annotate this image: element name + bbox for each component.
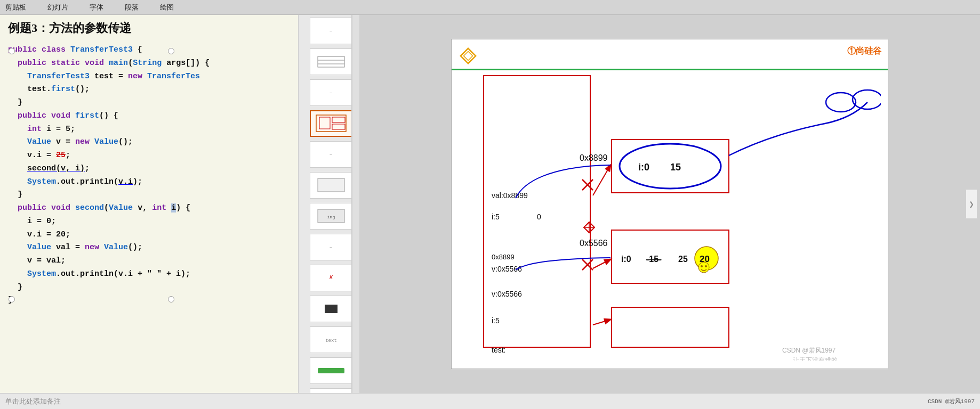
svg-text:img: img	[327, 215, 335, 219]
svg-rect-6	[332, 124, 345, 129]
svg-point-42	[705, 265, 707, 267]
thumb-inner-78	[315, 114, 347, 134]
svg-text:K: K	[329, 275, 333, 281]
topbar-item-clipboard[interactable]: 剪贴板	[5, 3, 26, 12]
slide-thumb-84[interactable]	[310, 296, 352, 322]
slide-thumb-82[interactable]: —	[310, 234, 352, 260]
svg-text:让天下没有难的: 让天下没有难的	[793, 356, 838, 361]
slide-thumb-75[interactable]: —	[310, 18, 352, 44]
svg-rect-5	[332, 117, 345, 122]
thumb-row-76: 76	[299, 48, 352, 77]
svg-rect-11	[325, 305, 338, 313]
slide-thumb-77[interactable]: —	[310, 79, 352, 106]
svg-line-46	[593, 320, 611, 325]
svg-text:val:0x8899: val:0x8899	[492, 191, 528, 200]
handle-circle-bl[interactable]	[9, 296, 15, 302]
thumb-inner-80	[315, 176, 347, 195]
thumb-row-79: 79 —	[299, 141, 352, 170]
thumb-row-85: 85 text	[299, 326, 352, 355]
slide-thumb-81[interactable]: img	[310, 203, 352, 230]
slide-thumb-79[interactable]: —	[310, 141, 352, 168]
code-content: public class TransferTest3 { public stat…	[8, 44, 290, 307]
svg-rect-17	[461, 48, 476, 63]
thumb-row-80: 80	[299, 172, 352, 201]
svg-rect-18	[464, 52, 473, 61]
svg-text:i:5: i:5	[492, 316, 500, 325]
svg-point-40	[698, 262, 709, 273]
code-panel: 例题3：方法的参数传递 public class TransferTest3 {…	[0, 15, 299, 393]
svg-text:25: 25	[678, 255, 688, 264]
thumb-inner-85: text	[315, 330, 347, 350]
bottom-bar: 单击此处添加备注 CSDN @若风1997	[0, 393, 980, 409]
next-slide-button[interactable]: ❯	[966, 190, 977, 219]
svg-text:i:0: i:0	[621, 255, 631, 264]
thumb-inner-76	[315, 52, 347, 72]
svg-text:0x5566: 0x5566	[580, 239, 608, 248]
svg-rect-4	[319, 117, 330, 129]
slide-panel[interactable]: 75 — 76 77 — 78	[299, 15, 352, 393]
thumb-row-86: 86	[299, 357, 352, 386]
thumb-inner-87	[315, 392, 347, 394]
svg-point-41	[701, 265, 703, 267]
svg-text:0: 0	[537, 212, 541, 221]
slide-thumb-83[interactable]: K	[310, 265, 352, 291]
svg-rect-7	[318, 178, 344, 192]
top-bar: 剪贴板 幻灯片 字体 段落 绘图	[0, 0, 980, 15]
slide-thumb-80[interactable]	[310, 172, 352, 199]
svg-point-54	[826, 93, 856, 112]
thumb-row-84: 84	[299, 296, 352, 324]
slide-thumb-87[interactable]	[310, 388, 352, 393]
slide-title: 例题3：方法的参数传递	[8, 20, 290, 36]
diagram-svg: 0x8899 val:0x8899 i:5 0 0x8899 v:0x5566 …	[462, 70, 881, 361]
topbar-item-paragraph[interactable]: 段落	[125, 3, 139, 12]
main-content: 例题3：方法的参数传递 public class TransferTest3 {…	[0, 15, 980, 393]
thumb-row-87: 87	[299, 388, 352, 393]
slide-thumb-78[interactable]	[310, 110, 352, 137]
slide-thumb-76[interactable]	[310, 48, 352, 75]
thumb-inner-83: K	[315, 268, 347, 288]
slide-thumb-86[interactable]	[310, 357, 352, 384]
svg-text:-15-: -15-	[646, 255, 661, 264]
slide-view: ①尚硅谷 0x8899 val:0x8899 i:5 0 0x8899 v:0x…	[359, 15, 980, 393]
svg-rect-13	[318, 368, 344, 373]
csdn-label: CSDN @若风1997	[928, 397, 975, 405]
svg-line-44	[593, 165, 611, 195]
svg-rect-19	[484, 76, 590, 347]
svg-text:0x8899: 0x8899	[580, 153, 608, 162]
slide-canvas: ①尚硅谷 0x8899 val:0x8899 i:5 0 0x8899 v:0x…	[451, 39, 888, 369]
slide-thumb-85[interactable]: text	[310, 326, 352, 353]
thumb-inner-86	[315, 361, 347, 381]
svg-line-45	[593, 259, 611, 268]
handle-circle-bm[interactable]	[168, 296, 174, 302]
svg-text:0x8899: 0x8899	[492, 253, 515, 261]
handle-circle-tl[interactable]	[9, 48, 15, 54]
thumb-row-77: 77 —	[299, 79, 352, 108]
logo: ①尚硅谷	[847, 46, 881, 57]
vertical-scrollbar[interactable]	[352, 15, 359, 393]
thumb-row-81: 81 img	[299, 203, 352, 232]
svg-text:text: text	[325, 338, 337, 343]
handle-circle-tm[interactable]	[168, 48, 174, 54]
topbar-item-slides[interactable]: 幻灯片	[47, 3, 68, 12]
thumb-row-78: 78	[299, 110, 352, 139]
svg-rect-43	[612, 307, 729, 347]
svg-text:15: 15	[670, 162, 681, 173]
thumb-row-75: 75 —	[299, 18, 352, 46]
thumb-inner-79: —	[330, 152, 332, 157]
thumb-row-82: 82 —	[299, 234, 352, 263]
thumb-inner-82: —	[330, 245, 332, 249]
topbar-item-draw[interactable]: 绘图	[160, 3, 174, 12]
thumb-inner-75: —	[330, 29, 332, 33]
svg-text:CSDN @若风1997: CSDN @若风1997	[782, 347, 836, 354]
bottom-note[interactable]: 单击此处添加备注	[5, 397, 917, 406]
svg-text:test:: test:	[492, 346, 505, 354]
thumb-inner-81: img	[315, 207, 347, 226]
svg-text:i:0: i:0	[638, 162, 649, 173]
thumb-inner-77: —	[330, 91, 332, 95]
diamond-icon	[458, 46, 478, 69]
thumb-inner-84	[315, 299, 347, 319]
thumb-row-83: 83 K	[299, 265, 352, 293]
svg-rect-0	[318, 56, 344, 67]
svg-text:v:0x5566: v:0x5566	[492, 290, 522, 298]
topbar-item-font[interactable]: 字体	[90, 3, 103, 12]
